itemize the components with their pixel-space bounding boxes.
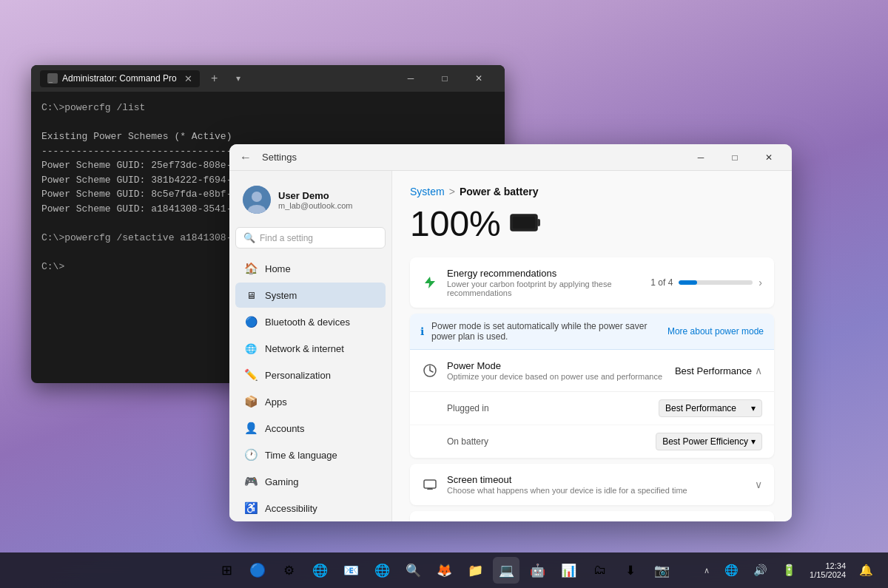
taskbar-chrome-icon[interactable]: 🔍 [400, 557, 426, 584]
energy-saver-row[interactable]: Energy saver Reduce power consumption an… [410, 511, 774, 521]
network-icon: 🌐 [244, 342, 258, 355]
screen-timeout-subtitle: Choose what happens when your device is … [447, 486, 746, 495]
sidebar-item-system-label: System [265, 290, 297, 301]
cmd-tab-icon: _ [47, 73, 58, 84]
taskbar-terminal-icon[interactable]: 💻 [493, 557, 519, 584]
power-mode-chevron-icon[interactable]: ∧ [755, 365, 762, 376]
energy-title: Energy recommendations [447, 268, 642, 279]
cmd-dropdown-button[interactable]: ▾ [229, 70, 247, 87]
on-battery-row: On battery Best Power Efficiency ▾ [410, 425, 774, 458]
cmd-minimize-button[interactable]: ─ [394, 65, 428, 92]
taskbar: ⊞ 🔵 ⚙ 🌐 📧 🌐 🔍 🦊 📁 💻 🤖 📊 🗂 ⬇ 📷 ∧ 🌐 🔊 🔋 12… [0, 552, 888, 588]
svg-text:_: _ [48, 75, 53, 83]
taskbar-download-icon[interactable]: ⬇ [617, 557, 644, 584]
sidebar-item-accounts-label: Accounts [265, 423, 304, 434]
sidebar-item-apps[interactable]: 📦 Apps [235, 389, 386, 414]
taskbar-settings-icon[interactable]: ⚙ [275, 557, 302, 584]
breadcrumb-parent[interactable]: System [410, 186, 445, 197]
taskbar-volume-icon[interactable]: 🔊 [747, 561, 773, 580]
energy-icon [422, 274, 438, 291]
settings-maximize-button[interactable]: □ [718, 146, 752, 169]
user-profile[interactable]: User Demo m_lab@outlook.com [235, 180, 386, 223]
breadcrumb: System > Power & battery [410, 186, 774, 197]
taskbar-expand-button[interactable]: ∧ [698, 563, 716, 578]
bluetooth-icon: 🔵 [244, 315, 258, 328]
taskbar-files-icon[interactable]: 📁 [462, 557, 488, 584]
plugged-in-select[interactable]: Best Performance ▾ [659, 399, 762, 417]
energy-recommendations-card: Energy recommendations Lower your carbon… [410, 257, 774, 308]
cmd-title-content: _ Administrator: Command Pro ✕ + ▾ [40, 70, 388, 87]
sidebar-item-bluetooth[interactable]: 🔵 Bluetooth & devices [235, 309, 386, 334]
sidebar-item-apps-label: Apps [265, 396, 287, 408]
cmd-close-button[interactable]: ✕ [462, 65, 496, 92]
taskbar-center: ⊞ 🔵 ⚙ 🌐 📧 🌐 🔍 🦊 📁 💻 🤖 📊 🗂 ⬇ 📷 [213, 557, 675, 584]
taskbar-date-display: 1/15/2024 [810, 570, 846, 579]
sidebar-item-accessibility[interactable]: ♿ Accessibility [235, 496, 386, 521]
battery-icon [510, 209, 541, 240]
screen-timeout-card: Screen timeout Choose what happens when … [410, 464, 774, 505]
settings-search-box[interactable]: 🔍 [235, 227, 386, 249]
battery-percent: 100% [410, 203, 501, 244]
settings-title: Settings [256, 152, 684, 163]
settings-main: System > Power & battery 100% [392, 171, 792, 521]
sidebar-item-accounts[interactable]: 👤 Accounts [235, 416, 386, 441]
energy-progress-fill [679, 280, 697, 285]
accessibility-icon: ♿ [244, 501, 258, 515]
settings-body: User Demo m_lab@outlook.com 🔍 🏠 Home 🖥 S… [229, 171, 792, 521]
user-info: User Demo m_lab@outlook.com [278, 190, 378, 210]
on-battery-dropdown-icon: ▾ [751, 436, 756, 447]
taskbar-battery-icon[interactable]: 🔋 [776, 561, 802, 580]
energy-row[interactable]: Energy recommendations Lower your carbon… [410, 257, 774, 308]
cmd-tab[interactable]: _ Administrator: Command Pro ✕ [40, 70, 200, 87]
taskbar-ai-icon[interactable]: 🤖 [524, 557, 551, 584]
info-banner-link[interactable]: More about power mode [667, 326, 764, 337]
taskbar-edge-icon[interactable]: 🔵 [244, 557, 271, 584]
settings-close-button[interactable]: ✕ [752, 146, 786, 169]
taskbar-start-button[interactable]: ⊞ [213, 557, 240, 584]
sidebar-item-system[interactable]: 🖥 System [235, 283, 386, 308]
settings-back-button[interactable]: ← [235, 151, 256, 164]
cmd-line-1: C:\>powercfg /list [41, 101, 494, 115]
taskbar-excel-icon[interactable]: 📊 [555, 557, 582, 584]
screen-timeout-chevron-icon[interactable]: ∨ [755, 479, 762, 490]
settings-sidebar: User Demo m_lab@outlook.com 🔍 🏠 Home 🖥 S… [229, 171, 392, 521]
taskbar-right: ∧ 🌐 🔊 🔋 12:34 1/15/2024 🔔 [698, 560, 879, 581]
cmd-maximize-button[interactable]: □ [428, 65, 462, 92]
settings-search-input[interactable] [260, 233, 377, 243]
screen-timeout-row[interactable]: Screen timeout Choose what happens when … [410, 464, 774, 505]
taskbar-onedrive-icon[interactable]: 🗂 [586, 557, 613, 584]
taskbar-browser-icon[interactable]: 🌐 [306, 557, 333, 584]
avatar [243, 186, 271, 214]
taskbar-clock[interactable]: 12:34 1/15/2024 [805, 560, 850, 581]
cmd-new-tab-button[interactable]: + [206, 70, 223, 87]
energy-chevron-icon[interactable]: › [758, 277, 762, 288]
on-battery-select[interactable]: Best Power Efficiency ▾ [656, 433, 762, 450]
energy-saver-card: Energy saver Reduce power consumption an… [410, 511, 774, 521]
taskbar-mail-icon[interactable]: 📧 [337, 557, 364, 584]
energy-subtitle: Lower your carbon footprint by applying … [447, 280, 642, 297]
settings-minimize-button[interactable]: ─ [684, 146, 718, 169]
taskbar-edge2-icon[interactable]: 🌐 [369, 557, 395, 584]
info-banner-text: Power mode is set automatically while th… [431, 321, 660, 342]
cmd-tab-label: Administrator: Command Pro [62, 73, 177, 84]
sidebar-item-gaming[interactable]: 🎮 Gaming [235, 469, 386, 494]
on-battery-value: Best Power Efficiency [662, 436, 748, 447]
taskbar-firefox-icon[interactable]: 🦊 [431, 557, 457, 584]
sidebar-item-time[interactable]: 🕐 Time & language [235, 442, 386, 467]
power-mode-icon [422, 362, 438, 379]
info-icon: ℹ [420, 325, 424, 337]
power-mode-value: Best Performance ∧ [675, 365, 762, 376]
sidebar-item-network[interactable]: 🌐 Network & internet [235, 336, 386, 361]
taskbar-network-status[interactable]: 🌐 [719, 561, 744, 580]
taskbar-notification-button[interactable]: 🔔 [853, 561, 879, 580]
sidebar-item-personalization[interactable]: ✏️ Personalization [235, 362, 386, 388]
sidebar-item-network-label: Network & internet [265, 343, 344, 354]
gaming-icon: 🎮 [244, 475, 258, 488]
power-mode-header[interactable]: Power Mode Optimize your device based on… [410, 350, 774, 392]
cmd-tab-close[interactable]: ✕ [184, 73, 192, 84]
taskbar-camera-icon[interactable]: 📷 [648, 557, 675, 584]
sidebar-item-home[interactable]: 🏠 Home [235, 256, 386, 281]
system-icon: 🖥 [244, 288, 258, 302]
info-banner: ℹ Power mode is set automatically while … [410, 314, 774, 350]
screen-timeout-content: Screen timeout Choose what happens when … [447, 474, 746, 495]
